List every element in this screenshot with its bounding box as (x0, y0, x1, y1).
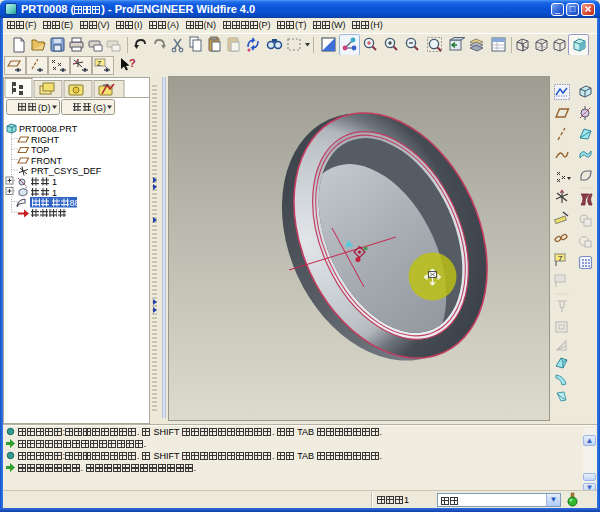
svg-text:RIGHT: RIGHT (31, 135, 60, 145)
svg-text:(D): (D) (38, 103, 51, 113)
svg-text:FRONT: FRONT (31, 156, 62, 166)
svg-text:(G): (G) (93, 103, 106, 113)
svg-text:?: ? (129, 57, 136, 69)
svg-text:88: 88 (70, 198, 80, 208)
svg-text:TOP: TOP (31, 145, 49, 155)
svg-text:Z: Z (97, 60, 102, 67)
svg-text:1: 1 (52, 188, 57, 198)
svg-text:1: 1 (52, 177, 57, 187)
svg-text:PRT0008.PRT: PRT0008.PRT (19, 124, 78, 134)
svg-text:7: 7 (558, 254, 563, 263)
svg-text:PRT_CSYS_DEF: PRT_CSYS_DEF (31, 166, 102, 176)
